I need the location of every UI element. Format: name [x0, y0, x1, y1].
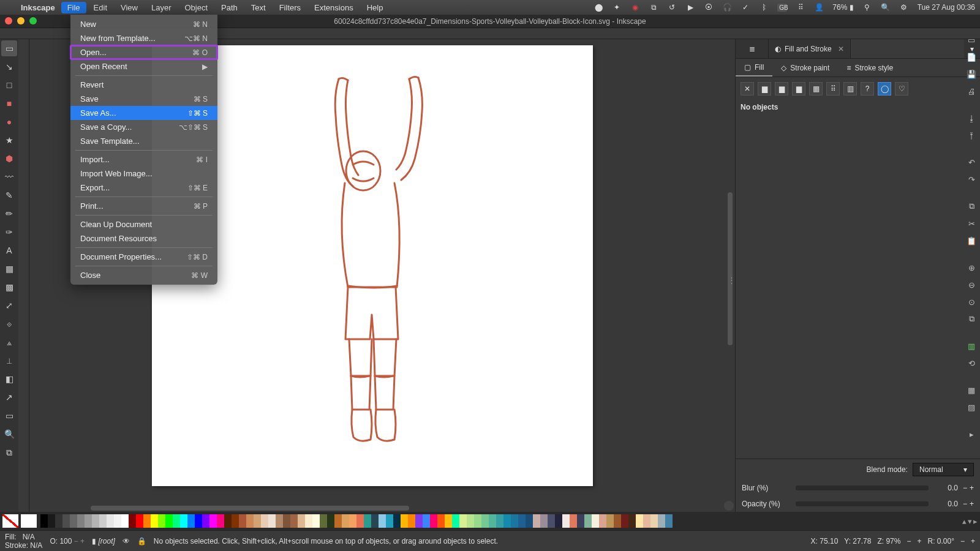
bluetooth-icon[interactable]: ᛒ — [759, 3, 769, 12]
palette-swatch[interactable] — [276, 514, 283, 528]
menu-text[interactable]: Text — [245, 2, 272, 13]
palette-swatch[interactable] — [489, 514, 496, 528]
blur-slider[interactable] — [796, 485, 929, 490]
status-layer[interactable]: ▮ [root] — [92, 537, 115, 545]
status-icon[interactable]: ✦ — [612, 3, 622, 12]
search-icon[interactable]: 🔍 — [881, 3, 891, 12]
paste-icon[interactable]: 📋 — [965, 234, 978, 247]
measure-tool[interactable]: ▭ — [1, 408, 17, 424]
file-menu-item-export[interactable]: Export...⇧⌘ E — [70, 181, 217, 195]
spray-tool[interactable]: ⟂ — [1, 353, 17, 369]
palette-swatch[interactable] — [636, 514, 643, 528]
copy-icon[interactable]: ⧉ — [965, 200, 978, 213]
ellipse-tool[interactable]: ● — [1, 114, 17, 130]
palette-swatch[interactable] — [40, 514, 48, 528]
palette-swatch[interactable] — [85, 514, 92, 528]
palette-swatch[interactable] — [334, 514, 342, 528]
paint-mesh[interactable]: ▦ — [809, 82, 823, 96]
palette-swatch[interactable] — [209, 514, 217, 528]
file-menu-item-new-from-template[interactable]: New from Template...⌥⌘ N — [70, 31, 217, 45]
print-icon[interactable]: 🖨 — [965, 84, 978, 98]
locale-indicator[interactable]: GB — [777, 4, 787, 12]
control-center-icon[interactable]: ⚙ — [899, 3, 909, 12]
palette-swatch[interactable] — [77, 514, 85, 528]
palette-swatch[interactable] — [217, 514, 224, 528]
palette-swatch[interactable] — [62, 514, 70, 528]
palette-swatch[interactable] — [224, 514, 232, 528]
zoom-dec[interactable]: − — [907, 537, 911, 545]
calligraphy-tool[interactable]: ✑ — [1, 224, 17, 240]
file-menu-item-document-resources[interactable]: Document Resources — [70, 231, 217, 246]
palette-swatch[interactable] — [599, 514, 606, 528]
palette-swatch[interactable] — [158, 514, 165, 528]
palette-swatch[interactable] — [92, 514, 99, 528]
palette-swatch[interactable] — [592, 514, 599, 528]
palette-swatch[interactable] — [55, 514, 62, 528]
palette-swatch[interactable] — [129, 514, 136, 528]
palette-swatch[interactable] — [143, 514, 151, 528]
app-name[interactable]: Inkscape — [16, 2, 60, 13]
palette-swatch[interactable] — [151, 514, 158, 528]
pages-tool[interactable]: ⧉ — [1, 444, 17, 460]
menu-help[interactable]: Help — [361, 2, 390, 13]
rect-fill-tool[interactable]: ■ — [1, 96, 17, 111]
menu-path[interactable]: Path — [215, 2, 244, 13]
palette-swatch[interactable] — [665, 514, 673, 528]
palette-swatch[interactable] — [503, 514, 511, 528]
palette-swatch[interactable] — [555, 514, 562, 528]
redo-icon[interactable]: ↷ — [965, 173, 978, 186]
tweak-tool[interactable]: ⟁ — [1, 334, 17, 350]
zoom-tool[interactable]: 🔍 — [1, 426, 17, 442]
status-icon[interactable]: ✓ — [741, 3, 750, 12]
palette-swatch[interactable] — [121, 514, 129, 528]
wifi-icon[interactable]: ⚲ — [862, 3, 872, 12]
file-menu-item-open[interactable]: Open...⌘ O — [70, 45, 217, 59]
rot-inc[interactable]: + — [971, 537, 975, 545]
3dbox-tool[interactable]: ⬢ — [1, 151, 17, 167]
palette-swatch[interactable] — [452, 514, 459, 528]
palette-swatch[interactable] — [114, 514, 121, 528]
zoomfit-icon[interactable]: ⊕ — [965, 261, 978, 274]
palette-swatch[interactable] — [320, 514, 327, 528]
paint-linear[interactable]: ▆ — [775, 82, 788, 96]
apple-logo-icon[interactable] — [5, 2, 15, 12]
palette-swatch[interactable] — [202, 514, 209, 528]
palette-swatch[interactable] — [239, 514, 246, 528]
palette-swatch[interactable] — [70, 514, 77, 528]
palette-swatch[interactable] — [467, 514, 474, 528]
palette-swatch[interactable] — [371, 514, 379, 528]
palette-swatch[interactable] — [658, 514, 665, 528]
palette-swatch[interactable] — [548, 514, 555, 528]
palette-swatch[interactable] — [187, 514, 195, 528]
palette-swatch[interactable] — [474, 514, 481, 528]
file-menu-item-close[interactable]: Close⌘ W — [70, 268, 217, 282]
spiral-tool[interactable]: 〰 — [1, 169, 17, 185]
zoom1-icon[interactable]: ⊖ — [965, 278, 978, 291]
dup-icon[interactable]: ⧉ — [965, 312, 978, 326]
zoomall-icon[interactable]: ⊙ — [965, 295, 978, 309]
panel-handle[interactable]: ⋮ — [728, 276, 734, 288]
palette-swatch[interactable] — [584, 514, 592, 528]
palette-swatch[interactable] — [393, 514, 401, 528]
palette-swatch[interactable] — [606, 514, 614, 528]
file-menu-item-save[interactable]: Save⌘ S — [70, 92, 217, 106]
connector-tool[interactable]: ↗ — [1, 389, 17, 405]
palette-swatch[interactable] — [327, 514, 334, 528]
palette-white[interactable] — [21, 514, 37, 528]
paint-radial[interactable]: ▆ — [792, 82, 805, 96]
volleyball-block-figure[interactable] — [305, 73, 440, 446]
paint-swatch[interactable]: ▥ — [843, 82, 857, 96]
file-menu-item-new[interactable]: New⌘ N — [70, 17, 217, 31]
palette-swatch[interactable] — [232, 514, 239, 528]
status-icon[interactable]: ◉ — [630, 3, 640, 12]
node-tool[interactable]: ↘ — [1, 59, 17, 75]
menu-view[interactable]: View — [115, 2, 144, 13]
palette-swatch[interactable] — [268, 514, 276, 528]
palette-swatch[interactable] — [408, 514, 415, 528]
palette-swatch[interactable] — [570, 514, 577, 528]
bucket-tool[interactable]: ⟐ — [1, 316, 17, 332]
palette-swatch[interactable] — [246, 514, 254, 528]
close-tab-icon[interactable]: ✕ — [838, 45, 844, 53]
palette-none[interactable] — [2, 514, 18, 528]
menu-filters[interactable]: Filters — [273, 2, 307, 13]
